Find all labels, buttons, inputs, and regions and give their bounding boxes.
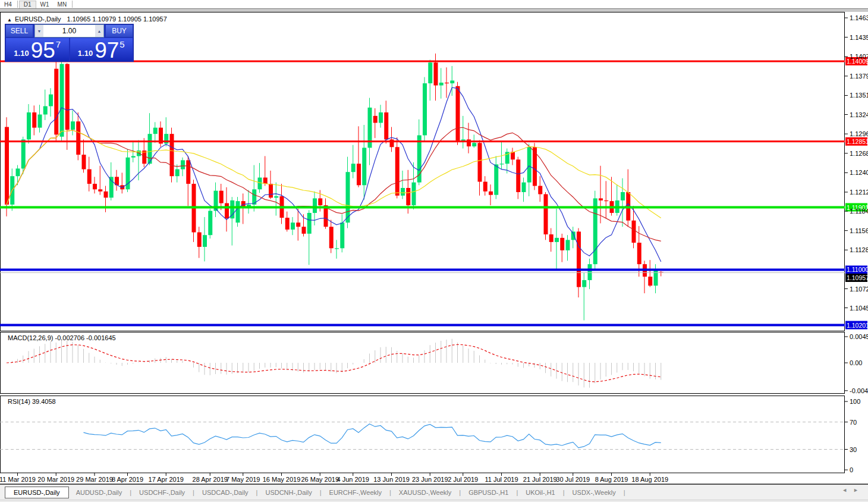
sell-price-prefix: 1.10 <box>14 49 29 58</box>
volume-increase-button[interactable]: ▲ <box>95 25 103 37</box>
collapse-icon[interactable]: ▲ <box>7 17 12 23</box>
volume-down-icon: ▼ <box>37 29 42 33</box>
tab-separator: | <box>623 489 626 496</box>
symbol-tab[interactable]: EURUSD-,Daily <box>5 487 69 498</box>
symbol-tab[interactable]: USDX-,Weekly <box>565 487 623 498</box>
symbol-tab[interactable]: UKOil-,H1 <box>518 487 562 498</box>
chart-plot-area[interactable] <box>0 12 845 473</box>
mt4-chart-window: H4 D1 W1 MN 1.140091.128511.119011.11000… <box>0 0 868 502</box>
sell-price-tile[interactable]: 1.10957 <box>6 38 69 62</box>
buy-price-tile[interactable]: 1.10975 <box>70 38 133 62</box>
sell-price-big-digits: 95 <box>31 39 55 62</box>
symbol-tab[interactable]: USDCHF-,Daily <box>132 487 192 498</box>
toolbar-separator <box>72 1 73 8</box>
sell-button[interactable]: SELL <box>5 24 33 37</box>
buy-button[interactable]: BUY <box>105 24 133 37</box>
symbol-tab[interactable]: XAUUSD-,Weekly <box>392 487 458 498</box>
tab-scroll-right-icon[interactable]: ► <box>853 487 864 493</box>
toolbar-separator <box>17 1 18 8</box>
window-bottom-strip <box>0 500 868 502</box>
volume-decrease-button[interactable]: ▼ <box>35 25 43 37</box>
volume-input[interactable]: 1.00 <box>43 25 95 37</box>
timeframe-h4-button[interactable]: H4 <box>0 1 16 8</box>
symbol-tab[interactable]: GBPUSD-,H1 <box>461 487 515 498</box>
symbol-tab[interactable]: EURCHF-,Weekly <box>322 487 389 498</box>
symbol-tab[interactable]: AUDUSD-,Daily <box>69 487 130 498</box>
timeframe-toolbar: H4 D1 W1 MN <box>0 0 868 8</box>
tab-scroll-arrows[interactable]: ◄► <box>842 487 864 493</box>
volume-up-icon: ▲ <box>98 29 102 33</box>
chart-tab-bar: EURUSD-,DailyAUDUSD-,Daily|USDCHF-,Daily… <box>0 485 868 500</box>
chart-symbol-label: EURUSD-,Daily <box>15 15 61 23</box>
timeframe-mn-button[interactable]: MN <box>54 1 71 8</box>
timeframe-d1-button[interactable]: D1 <box>19 1 36 8</box>
tab-scroll-left-icon[interactable]: ◄ <box>842 487 853 493</box>
symbol-tab[interactable]: USDCAD-,Daily <box>195 487 256 498</box>
volume-control: ▼ 1.00 ▲ <box>34 24 104 37</box>
chart-header: ▲EURUSD-,Daily1.10965 1.10979 1.10905 1.… <box>7 15 167 23</box>
timeframe-w1-button[interactable]: W1 <box>36 1 54 8</box>
buy-price-big-digits: 97 <box>95 39 119 62</box>
buy-price-prefix: 1.10 <box>78 49 93 58</box>
macd-indicator-label: MACD(12,26,9) -0.002706 -0.001645 <box>8 334 116 341</box>
buy-price-pipette: 5 <box>119 39 124 49</box>
chart-ohlc-values: 1.10965 1.10979 1.10905 1.10957 <box>67 15 167 23</box>
one-click-trading-panel: SELL ▼ 1.00 ▲ BUY 1.10957 1.10975 <box>5 24 134 62</box>
symbol-tab[interactable]: USDCNH-,Daily <box>258 487 319 498</box>
rsi-indicator-label: RSI(14) 39.4058 <box>8 398 56 405</box>
sell-price-pipette: 7 <box>56 39 61 49</box>
